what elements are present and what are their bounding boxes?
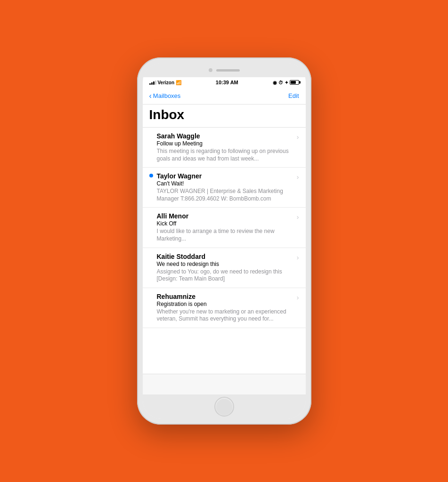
email-content-1: Sarah Waggle Follow up Meeting This meet… <box>157 132 294 162</box>
phone-screen: Verizon 📶 10:39 AM ◉ ⏱ ✦ ‹ Mailboxes Edi… <box>143 63 306 419</box>
chevron-icon-5: › <box>297 294 299 301</box>
email-preview-1: This meeting is regarding to following u… <box>157 148 294 162</box>
email-sender-3: Alli Menor <box>157 212 294 220</box>
email-subject-3: Kick Off <box>157 220 294 227</box>
email-content-3: Alli Menor Kick Off I would like to arra… <box>157 212 294 242</box>
alarm-icon: ⏱ <box>278 80 283 85</box>
home-button[interactable] <box>214 397 234 417</box>
email-subject-1: Follow up Meeting <box>157 140 294 147</box>
screen-icon: ◉ <box>273 80 277 85</box>
status-time: 10:39 AM <box>216 80 238 85</box>
battery-fill <box>291 81 296 84</box>
email-subject-2: Can't Wait! <box>157 180 294 187</box>
email-item-5[interactable]: Rehuamnize Registration is open Whether … <box>143 288 306 328</box>
signal-bar-1 <box>149 83 151 85</box>
email-list: Sarah Waggle Follow up Meeting This meet… <box>143 128 306 374</box>
unread-dot-area-1 <box>149 132 157 134</box>
wifi-icon: 📶 <box>176 80 181 85</box>
status-bar: Verizon 📶 10:39 AM ◉ ⏱ ✦ <box>143 77 306 88</box>
back-button[interactable]: ‹ Mailboxes <box>149 92 181 100</box>
email-item-3[interactable]: Alli Menor Kick Off I would like to arra… <box>143 208 306 248</box>
speaker-grille <box>216 69 240 72</box>
email-content-2: Taylor Wagner Can't Wait! TAYLOR WAGNER … <box>157 172 294 202</box>
unread-dot-area-2 <box>149 172 157 177</box>
signal-bar-4 <box>155 80 156 85</box>
unread-dot-2 <box>149 174 153 177</box>
unread-dot-area-5 <box>149 293 157 294</box>
home-button-area <box>143 394 306 419</box>
email-preview-2: TAYLOR WAGNER | Enterprise & Sales Marke… <box>157 188 294 202</box>
inbox-title-bar: Inbox <box>143 104 306 128</box>
phone-frame: Verizon 📶 10:39 AM ◉ ⏱ ✦ ‹ Mailboxes Edi… <box>137 57 311 425</box>
email-subject-4: We need to redesign this <box>157 261 294 267</box>
edit-button[interactable]: Edit <box>288 92 299 99</box>
back-arrow-icon: ‹ <box>149 92 152 100</box>
email-content-4: Kaitie Stoddard We need to redesign this… <box>157 253 294 283</box>
email-preview-5: Whether you're new to marketing or an ex… <box>157 308 294 323</box>
unread-dot-area-4 <box>149 253 157 254</box>
email-content-5: Rehuamnize Registration is open Whether … <box>157 293 294 323</box>
email-sender-2: Taylor Wagner <box>157 172 294 180</box>
email-preview-3: I would like to arrange a time to review… <box>157 228 294 242</box>
bottom-toolbar <box>143 374 306 394</box>
chevron-icon-3: › <box>297 213 299 221</box>
email-subject-5: Registration is open <box>157 301 294 307</box>
navigation-bar: ‹ Mailboxes Edit <box>143 88 306 104</box>
carrier-label: Verizon <box>158 80 175 85</box>
camera-dot <box>209 68 212 72</box>
signal-bar-2 <box>151 82 153 85</box>
email-item-4[interactable]: Kaitie Stoddard We need to redesign this… <box>143 248 306 288</box>
email-preview-4: Assigned to You: ogo, do we need to rede… <box>157 268 294 283</box>
status-left: Verizon 📶 <box>149 80 182 85</box>
unread-dot-area-3 <box>149 212 157 214</box>
email-sender-5: Rehuamnize <box>157 293 294 300</box>
email-sender-4: Kaitie Stoddard <box>157 253 294 260</box>
signal-bar-3 <box>153 81 155 85</box>
status-right: ◉ ⏱ ✦ <box>273 80 299 85</box>
phone-top-notch <box>143 63 306 77</box>
chevron-icon-4: › <box>297 254 299 261</box>
chevron-icon-1: › <box>297 133 299 141</box>
email-item-1[interactable]: Sarah Waggle Follow up Meeting This meet… <box>143 128 306 168</box>
bluetooth-icon: ✦ <box>285 80 288 85</box>
inbox-title: Inbox <box>149 107 299 122</box>
back-label: Mailboxes <box>153 92 181 99</box>
signal-bars <box>149 80 156 85</box>
email-sender-1: Sarah Waggle <box>157 132 294 140</box>
email-item-2[interactable]: Taylor Wagner Can't Wait! TAYLOR WAGNER … <box>143 168 306 208</box>
chevron-icon-2: › <box>297 173 299 181</box>
battery-icon <box>290 80 299 85</box>
